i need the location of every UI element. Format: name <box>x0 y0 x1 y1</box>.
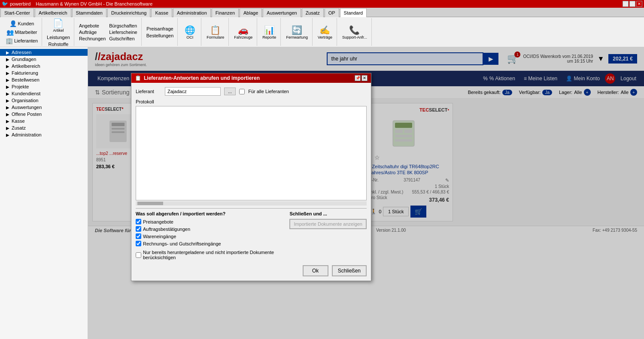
toolbar-gutschriften-btn[interactable]: Gutschriften <box>108 36 138 42</box>
toolbar-bestellungen-btn[interactable]: Bestellungen <box>145 33 175 39</box>
toolbar-fernwartung-btn[interactable]: 🔄 Fernwartung <box>284 24 310 40</box>
toolbar-angebote-btn[interactable]: Angebote <box>78 23 107 29</box>
maximize-btn[interactable]: □ <box>629 1 635 7</box>
toolbar-auftraege-btn[interactable]: Aufträge <box>78 29 107 35</box>
toolbar-vertraege: ✍ Verträge <box>313 18 337 46</box>
bestellungen-label: Bestellungen <box>146 33 174 38</box>
sidebar-kasse-label: Kasse <box>12 118 25 124</box>
check-rechnungen-input[interactable] <box>136 241 141 246</box>
lieferanten-label: Lieferanten <box>14 38 38 43</box>
expand-icon-kundendienst: ▶ <box>6 91 9 96</box>
sidebar: ▶ Adressen ▶ Grundlagen ▶ Artikelbereich… <box>0 47 88 339</box>
sidebar-item-artikelbereich[interactable]: ▶ Artikelbereich <box>0 63 88 70</box>
toolbar-belege: Angebote Aufträge Rechnungen Bürgschafte… <box>75 18 142 46</box>
close-btn[interactable]: ✕ <box>636 1 642 7</box>
menu-artikelbereich[interactable]: Artikelbereich <box>35 8 71 17</box>
sidebar-fakturierung-label: Fakturierung <box>12 70 38 76</box>
toolbar: 👤 Kunden 👥 Mitarbeiter 🏢 Lieferanten 📄 A… <box>0 17 644 47</box>
dialog-ok-btn[interactable]: Ok <box>303 265 328 276</box>
dialog-pin-btn[interactable]: 📌 <box>355 75 361 81</box>
toolbar-lieferscheine-btn[interactable]: Lieferscheine <box>108 29 138 35</box>
sidebar-item-administration[interactable]: ▶ Administration <box>0 131 88 138</box>
lieferant-input[interactable] <box>165 87 221 96</box>
check-nicht-importierte-input[interactable] <box>136 252 141 258</box>
expand-icon-zusatz: ▶ <box>6 126 9 130</box>
reporte-icon: 📊 <box>264 25 275 35</box>
toolbar-formulare: 📋 Formulare <box>202 18 229 46</box>
sidebar-item-kundendienst[interactable]: ▶ Kundendienst <box>0 90 88 97</box>
toolbar-fahrzeuge-btn[interactable]: 🚗 Fahrzeuge <box>232 24 254 40</box>
toolbar-lieferanten-btn[interactable]: 🏢 Lieferanten <box>4 37 39 45</box>
toolbar-formulare-btn[interactable]: 📋 Formulare <box>205 24 226 40</box>
check-rechnungen-label: Rechnungs- und Gutschriftseingänge <box>143 241 221 246</box>
minimize-btn[interactable]: ─ <box>623 1 629 7</box>
dialog-close-btn[interactable]: ✕ <box>361 75 368 81</box>
dialog-checkboxes-section: Was soll abgerufen / importiert werden? … <box>136 211 283 260</box>
check-wareneingaenge: Wareneingänge <box>136 233 283 239</box>
sidebar-item-fakturierung[interactable]: ▶ Fakturierung <box>0 70 88 76</box>
check-preisangebote-input[interactable] <box>136 219 141 224</box>
sidebar-item-projekte[interactable]: ▶ Projekte <box>0 83 88 90</box>
sidebar-zusatz-label: Zusatz <box>12 125 26 130</box>
menu-auswertungen[interactable]: Auswertungen <box>263 8 301 17</box>
dialog-close-btn-footer[interactable]: Schließen <box>332 265 367 276</box>
gutschriften-label: Gutschriften <box>109 36 134 41</box>
importierte-dokumente-btn[interactable]: Importierte Dokumente anzeigen <box>289 219 367 229</box>
sidebar-item-offene-posten[interactable]: ▶ Offene Posten <box>0 111 88 118</box>
sidebar-item-grundlagen[interactable]: ▶ Grundlagen <box>0 56 88 63</box>
leistungen-label: Leistungen <box>47 35 70 40</box>
menu-finanzen[interactable]: Finanzen <box>212 8 239 17</box>
title-text: powerbird <box>10 1 30 6</box>
main-content: //zajadacz Ideen gehören zum Sortiment. … <box>88 47 644 339</box>
toolbar-support-btn[interactable]: 📞 Support-Anfr... <box>340 24 369 40</box>
toolbar-leistungen-btn[interactable]: Leistungen <box>46 34 71 40</box>
vertraege-icon: ✍ <box>319 25 330 35</box>
artikel-icon: 📄 <box>53 18 64 28</box>
dialog-body: Lieferant ... Für alle Lieferanten Proto… <box>131 83 371 281</box>
sidebar-item-organisation[interactable]: ▶ Organisation <box>0 97 88 104</box>
sidebar-item-kasse[interactable]: ▶ Kasse <box>0 118 88 124</box>
toolbar-belege-col2: Bürgschaften Lieferscheine Gutschriften <box>108 23 138 42</box>
sidebar-item-bestellwesen[interactable]: ▶ Bestellwesen <box>0 76 88 83</box>
toolbar-rechnungen-btn[interactable]: Rechnungen <box>78 36 107 42</box>
check-auftragsbestaetigungen: Auftragsbestätigungen <box>136 226 283 232</box>
menu-ablage[interactable]: Ablage <box>240 8 262 17</box>
title-bar: 🐦 powerbird Hausmann & Wynen DV GmbH - D… <box>0 0 644 8</box>
sidebar-item-zusatz[interactable]: ▶ Zusatz <box>0 124 88 131</box>
protokoll-scrollbar-h[interactable] <box>136 201 367 206</box>
dialog-icon: 📋 <box>135 75 141 81</box>
toolbar-mitarbeiter-btn[interactable]: 👥 Mitarbeiter <box>5 28 39 36</box>
fuer-alle-checkbox[interactable] <box>239 89 245 94</box>
lieferant-search-btn[interactable]: ... <box>224 88 236 95</box>
mitarbeiter-label: Mitarbeiter <box>15 30 37 35</box>
menu-start-center[interactable]: Start-Center <box>0 8 34 17</box>
toolbar-buergschaften-btn[interactable]: Bürgschaften <box>108 23 138 29</box>
menu-druckeinrichtung[interactable]: Druckeinrichtung <box>107 8 151 17</box>
sidebar-item-auswertungen[interactable]: ▶ Auswertungen <box>0 104 88 111</box>
toolbar-artikel-btn[interactable]: 📄 Artikel <box>50 17 67 33</box>
toolbar-kunden-btn[interactable]: 👤 Kunden <box>8 20 36 27</box>
sidebar-item-adressen[interactable]: ▶ Adressen <box>0 49 88 56</box>
menu-standard[interactable]: Standard <box>340 8 367 17</box>
rohstoffe-label: Rohstoffe <box>49 42 69 47</box>
toolbar-oci-btn[interactable]: 🌐 OCI <box>181 24 198 40</box>
menu-kasse[interactable]: Kasse <box>151 8 172 17</box>
dialog-lieferant-row: Lieferant ... Für alle Lieferanten <box>136 87 367 96</box>
check-wareneingaenge-input[interactable] <box>136 233 141 239</box>
sidebar-administration-label: Administration <box>12 132 42 137</box>
dialog-title-left: 📋 Lieferanten-Antworten abrufen und impo… <box>135 75 260 81</box>
toolbar-vertraege-btn[interactable]: ✍ Verträge <box>316 24 334 40</box>
dialog-footer-btns: Ok Schließen <box>136 265 367 276</box>
protokoll-textarea[interactable] <box>136 106 367 200</box>
menu-stammdaten[interactable]: Stammdaten <box>72 8 106 17</box>
artikel-label: Artikel <box>53 28 64 33</box>
toolbar-preisanfrage-btn[interactable]: Preisanfrage <box>145 26 174 32</box>
menu-op[interactable]: OP <box>325 8 339 17</box>
menu-zusatz[interactable]: Zusatz <box>302 8 324 17</box>
check-auftragsbestaetigungen-input[interactable] <box>136 226 141 232</box>
menu-administration[interactable]: Administration <box>173 8 211 17</box>
toolbar-reporte-btn[interactable]: 📊 Reporte <box>261 24 278 40</box>
expand-icon-offene-posten: ▶ <box>6 112 9 117</box>
toolbar-rohstoffe-btn[interactable]: Rohstoffe <box>47 41 70 47</box>
fernwartung-label: Fernwartung <box>286 35 308 39</box>
